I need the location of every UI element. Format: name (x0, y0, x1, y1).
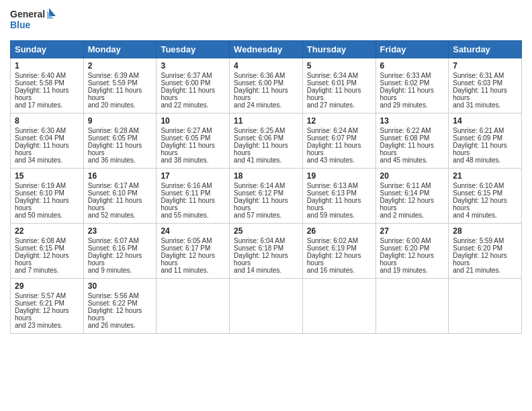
sunset-info: Sunset: 6:15 PM (453, 189, 502, 197)
calendar-cell: 30 Sunrise: 5:56 AM Sunset: 6:22 PM Dayl… (83, 279, 157, 334)
calendar-cell: 5 Sunrise: 6:34 AM Sunset: 6:01 PM Dayli… (302, 58, 375, 113)
daylight-minutes: and 7 minutes. (15, 267, 59, 274)
sunrise-info: Sunrise: 6:21 AM (453, 127, 504, 134)
calendar-header-row: SundayMondayTuesdayWednesdayThursdayFrid… (11, 41, 522, 58)
sunset-info: Sunset: 6:10 PM (88, 189, 138, 197)
daylight-minutes: and 24 minutes. (234, 101, 281, 109)
daylight-info: Daylight: 12 hours hours (453, 252, 507, 267)
sunset-info: Sunset: 6:16 PM (88, 244, 138, 252)
day-number: 19 (307, 171, 371, 181)
calendar-cell: 10 Sunrise: 6:27 AM Sunset: 6:05 PM Dayl… (157, 113, 230, 169)
calendar-table: SundayMondayTuesdayWednesdayThursdayFrid… (10, 40, 522, 334)
calendar-cell: 7 Sunrise: 6:31 AM Sunset: 6:03 PM Dayli… (449, 58, 522, 113)
day-number: 27 (380, 226, 445, 236)
sunrise-info: Sunrise: 5:59 AM (453, 237, 504, 244)
sunrise-info: Sunrise: 6:13 AM (307, 182, 358, 189)
daylight-minutes: and 4 minutes. (453, 212, 497, 219)
sunset-info: Sunset: 6:04 PM (15, 134, 64, 142)
sunrise-info: Sunrise: 6:10 AM (453, 182, 504, 189)
daylight-minutes: and 11 minutes. (161, 267, 208, 274)
day-number: 21 (453, 171, 517, 181)
calendar-cell: 18 Sunrise: 6:14 AM Sunset: 6:12 PM Dayl… (230, 169, 303, 224)
day-number: 8 (15, 116, 79, 126)
day-number: 5 (307, 61, 371, 71)
daylight-info: Daylight: 11 hours hours (161, 87, 215, 101)
weekday-header-friday: Friday (375, 41, 449, 58)
daylight-minutes: and 20 minutes. (88, 101, 136, 109)
sunset-info: Sunset: 6:06 PM (234, 134, 283, 142)
calendar-cell: 20 Sunrise: 6:11 AM Sunset: 6:14 PM Dayl… (375, 169, 449, 224)
day-number: 23 (88, 226, 152, 236)
day-number: 29 (15, 281, 79, 291)
calendar-cell: 21 Sunrise: 6:10 AM Sunset: 6:15 PM Dayl… (449, 169, 522, 224)
daylight-minutes: and 55 minutes. (161, 212, 208, 219)
daylight-info: Daylight: 11 hours hours (307, 197, 361, 212)
sunrise-info: Sunrise: 6:30 AM (15, 127, 66, 134)
daylight-info: Daylight: 12 hours hours (15, 252, 69, 267)
sunset-info: Sunset: 6:07 PM (307, 134, 357, 142)
sunrise-info: Sunrise: 6:34 AM (307, 72, 358, 79)
daylight-info: Daylight: 12 hours hours (380, 197, 435, 212)
logo: General Blue (10, 7, 57, 35)
sunrise-info: Sunrise: 6:36 AM (234, 72, 285, 79)
calendar-cell: 23 Sunrise: 6:07 AM Sunset: 6:16 PM Dayl… (83, 224, 157, 279)
calendar-cell: 11 Sunrise: 6:25 AM Sunset: 6:06 PM Dayl… (230, 113, 303, 169)
day-number: 1 (15, 61, 79, 71)
sunrise-info: Sunrise: 6:16 AM (161, 182, 212, 189)
daylight-minutes: and 27 minutes. (307, 101, 355, 109)
calendar-cell: 6 Sunrise: 6:33 AM Sunset: 6:02 PM Dayli… (375, 58, 449, 113)
day-number: 2 (88, 61, 152, 71)
calendar-cell: 17 Sunrise: 6:16 AM Sunset: 6:11 PM Dayl… (157, 169, 230, 224)
day-number: 12 (307, 116, 371, 126)
daylight-minutes: and 31 minutes. (453, 101, 500, 109)
sunset-info: Sunset: 6:01 PM (307, 79, 357, 87)
sunrise-info: Sunrise: 6:28 AM (88, 127, 139, 134)
sunset-info: Sunset: 6:12 PM (234, 189, 283, 197)
daylight-info: Daylight: 11 hours hours (161, 142, 215, 156)
svg-text:Blue: Blue (10, 19, 31, 30)
calendar-cell (375, 279, 449, 334)
sunrise-info: Sunrise: 6:31 AM (453, 72, 504, 79)
daylight-minutes: and 52 minutes. (88, 212, 136, 219)
calendar-week-row: 15 Sunrise: 6:19 AM Sunset: 6:10 PM Dayl… (11, 169, 522, 224)
day-number: 16 (88, 171, 152, 181)
sunset-info: Sunset: 6:05 PM (88, 134, 138, 142)
header: General Blue (10, 7, 522, 35)
sunset-info: Sunset: 6:11 PM (161, 189, 210, 197)
calendar-cell: 15 Sunrise: 6:19 AM Sunset: 6:10 PM Dayl… (11, 169, 84, 224)
sunset-info: Sunset: 6:00 PM (161, 79, 210, 87)
calendar-week-row: 22 Sunrise: 6:08 AM Sunset: 6:15 PM Dayl… (11, 224, 522, 279)
calendar-cell: 1 Sunrise: 6:40 AM Sunset: 5:58 PM Dayli… (11, 58, 84, 113)
calendar-cell: 2 Sunrise: 6:39 AM Sunset: 5:59 PM Dayli… (83, 58, 157, 113)
daylight-minutes: and 17 minutes. (15, 101, 62, 109)
daylight-info: Daylight: 12 hours hours (380, 252, 435, 267)
day-number: 24 (161, 226, 225, 236)
calendar-cell: 29 Sunrise: 5:57 AM Sunset: 6:21 PM Dayl… (11, 279, 84, 334)
day-number: 17 (161, 171, 225, 181)
sunset-info: Sunset: 6:03 PM (453, 79, 502, 87)
day-number: 15 (15, 171, 79, 181)
weekday-header-saturday: Saturday (449, 41, 522, 58)
sunrise-info: Sunrise: 6:37 AM (161, 72, 212, 79)
daylight-minutes: and 23 minutes. (15, 322, 62, 329)
sunrise-info: Sunrise: 6:39 AM (88, 72, 139, 79)
day-number: 28 (453, 226, 517, 236)
sunset-info: Sunset: 6:00 PM (234, 79, 283, 87)
daylight-minutes: and 36 minutes. (88, 156, 136, 164)
daylight-minutes: and 50 minutes. (15, 212, 62, 219)
sunrise-info: Sunrise: 6:19 AM (15, 182, 66, 189)
day-number: 4 (234, 61, 298, 71)
calendar-cell: 24 Sunrise: 6:05 AM Sunset: 6:17 PM Dayl… (157, 224, 230, 279)
calendar-cell: 12 Sunrise: 6:24 AM Sunset: 6:07 PM Dayl… (302, 113, 375, 169)
daylight-info: Daylight: 11 hours hours (161, 197, 215, 212)
calendar-cell (449, 279, 522, 334)
sunrise-info: Sunrise: 6:11 AM (380, 182, 431, 189)
sunrise-info: Sunrise: 6:27 AM (161, 127, 212, 134)
sunset-info: Sunset: 6:18 PM (234, 244, 283, 252)
daylight-info: Daylight: 11 hours hours (88, 87, 142, 101)
weekday-header-wednesday: Wednesday (230, 41, 303, 58)
calendar-week-row: 29 Sunrise: 5:57 AM Sunset: 6:21 PM Dayl… (11, 279, 522, 334)
sunrise-info: Sunrise: 6:14 AM (234, 182, 285, 189)
daylight-minutes: and 19 minutes. (380, 267, 428, 274)
day-number: 14 (453, 116, 517, 126)
